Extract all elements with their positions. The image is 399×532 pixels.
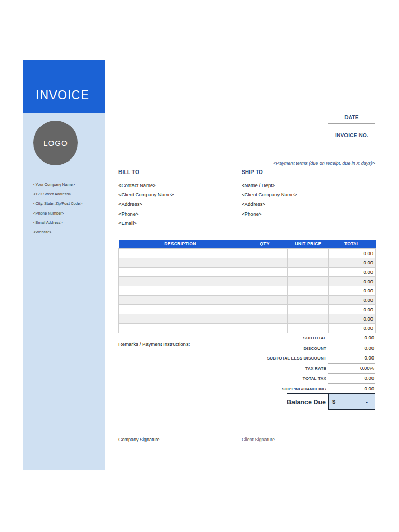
summary-label: SUBTOTAL LESS DISCOUNT (208, 356, 327, 361)
table-cell-price (288, 276, 329, 286)
table-cell-qty (242, 304, 288, 314)
ship-to-section: SHIP TO <Name / Dept><Client Company Nam… (242, 169, 375, 219)
date-label: DATE (328, 115, 375, 121)
summary-label: TAX RATE (208, 366, 327, 371)
bill-to-line: <Email> (118, 219, 218, 228)
column-header: QTY (242, 240, 288, 248)
table-row: 0.00 (119, 304, 376, 314)
table-cell-price (288, 323, 329, 332)
table-cell-qty (242, 314, 288, 323)
summary-label: DISCOUNT (208, 346, 327, 351)
remarks-label: Remarks / Payment Instructions: (118, 341, 190, 347)
table-cell-price (288, 286, 329, 295)
bill-to-lines: <Contact Name><Client Company Name><Addr… (118, 181, 218, 228)
company-info-item: <Website> (33, 228, 101, 237)
table-cell-qty (242, 323, 288, 332)
bill-to-line: <Client Company Name> (118, 190, 218, 200)
bill-to-line: <Address> (118, 200, 218, 209)
summary-row: SUBTOTAL LESS DISCOUNT0.00 (208, 353, 375, 364)
table-row: 0.00 (119, 267, 376, 276)
table-cell-qty (242, 267, 288, 276)
line-items-table: DESCRIPTIONQTYUNIT PRICETOTAL 0.000.000.… (118, 240, 376, 333)
table-cell-price (288, 248, 329, 258)
table-cell-total: 0.00 (329, 314, 376, 323)
ship-to-line: <Phone> (242, 209, 375, 219)
company-info-list: <Your Company Name><123 Street Address><… (33, 180, 101, 237)
client-signature-block: Client Signature (242, 431, 327, 442)
table-row: 0.00 (119, 258, 376, 267)
logo-placeholder: LOGO (33, 121, 78, 165)
page-title: INVOICE (23, 60, 105, 102)
totals-summary: SUBTOTAL0.00DISCOUNT0.00SUBTOTAL LESS DI… (208, 333, 375, 394)
table-header-row: DESCRIPTIONQTYUNIT PRICETOTAL (119, 240, 376, 248)
company-info-item: <Email Address> (33, 218, 101, 228)
table-cell-total: 0.00 (329, 304, 376, 314)
bill-to-section: BILL TO <Contact Name><Client Company Na… (118, 169, 218, 228)
invoice-number-label: INVOICE NO. (328, 132, 375, 138)
summary-value: 0.00 (328, 333, 375, 343)
table-cell-desc (119, 267, 242, 276)
company-signature-block: Company Signature (118, 431, 221, 442)
balance-due-row: Balance Due $ - (208, 394, 375, 410)
table-cell-desc (119, 286, 242, 295)
column-header: TOTAL (329, 240, 376, 248)
table-cell-total: 0.00 (329, 295, 376, 304)
table-cell-price (288, 295, 329, 304)
summary-row: TAX RATE0.00% (208, 364, 375, 374)
bill-to-line: <Phone> (118, 209, 218, 219)
company-signature-label: Company Signature (118, 437, 221, 442)
company-info-item: <Phone Number> (33, 209, 101, 218)
table-cell-desc (119, 304, 242, 314)
table-cell-total: 0.00 (329, 276, 376, 286)
date-field: DATE (328, 115, 375, 124)
table-cell-desc (119, 258, 242, 267)
bill-to-label: BILL TO (118, 169, 218, 178)
table-cell-price (288, 258, 329, 267)
sidebar: LOGO <Your Company Name><123 Street Addr… (23, 113, 105, 470)
client-signature-line (242, 431, 327, 435)
table-cell-desc (119, 276, 242, 286)
summary-label: TOTAL TAX (208, 376, 327, 381)
ship-to-line: <Address> (242, 200, 375, 209)
table-cell-qty (242, 276, 288, 286)
summary-row: TOTAL TAX0.00 (208, 374, 375, 384)
table-cell-price (288, 304, 329, 314)
table-cell-qty (242, 248, 288, 258)
balance-due-value: - (366, 398, 368, 405)
table-cell-desc (119, 295, 242, 304)
table-row: 0.00 (119, 295, 376, 304)
table-cell-total: 0.00 (329, 286, 376, 295)
table-cell-total: 0.00 (329, 258, 376, 267)
table-cell-desc (119, 323, 242, 332)
balance-due-label: Balance Due (208, 398, 327, 406)
invoice-number-field: INVOICE NO. (328, 132, 375, 141)
company-info-item: <123 Street Address> (33, 190, 101, 199)
logo-text: LOGO (43, 139, 68, 148)
table-cell-desc (119, 314, 242, 323)
table-row: 0.00 (119, 314, 376, 323)
summary-label: SUBTOTAL (208, 336, 327, 340)
ship-to-label: SHIP TO (242, 169, 375, 178)
summary-row: DISCOUNT0.00 (208, 343, 375, 354)
table-cell-qty (242, 295, 288, 304)
ship-to-line: <Name / Dept> (242, 181, 375, 190)
column-header: DESCRIPTION (119, 240, 242, 248)
table-cell-total: 0.00 (329, 267, 376, 276)
table-cell-total: 0.00 (329, 248, 376, 258)
column-header: UNIT PRICE (288, 240, 329, 248)
summary-value: 0.00 (328, 343, 375, 354)
client-signature-label: Client Signature (242, 437, 327, 442)
payment-terms-note: <Payment terms (due on receipt, due in X… (208, 161, 375, 166)
table-row: 0.00 (119, 276, 376, 286)
balance-due-amount-cell: $ - (328, 394, 375, 410)
bill-to-line: <Contact Name> (118, 181, 218, 190)
invoice-template-page: INVOICE LOGO <Your Company Name><123 Str… (0, 0, 399, 532)
currency-symbol: $ (332, 398, 335, 405)
table-row: 0.00 (119, 323, 376, 332)
ship-to-line: <Client Company Name> (242, 190, 375, 200)
summary-label: SHIPPING/HANDLING (208, 387, 327, 391)
table-cell-price (288, 314, 329, 323)
table-row: 0.00 (119, 286, 376, 295)
table-cell-qty (242, 258, 288, 267)
company-signature-line (118, 431, 221, 435)
